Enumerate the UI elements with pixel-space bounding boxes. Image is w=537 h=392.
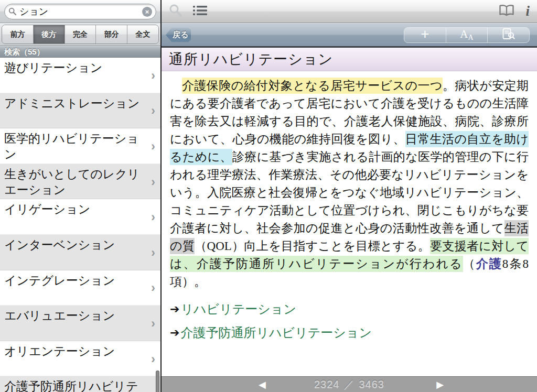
article-content: 介護保険の給付対象となる居宅サービスの一つ。病状が安定期にある要介護者であって居… [162, 71, 537, 376]
related-link-label: リハビリテーション [180, 301, 296, 318]
page-total: 3463 [359, 378, 385, 390]
arrow-right-icon: ➔ [170, 326, 179, 339]
result-row[interactable]: 介護予防通所リハビリテーション› [0, 376, 160, 392]
page-preview-button[interactable] [488, 28, 529, 42]
related-link-label: 介護予防通所リハビリテーション [180, 324, 372, 341]
result-label: 介護予防通所リハビリテーション [0, 376, 160, 392]
pager-bar: ◀ 2324／3463 ▶ [162, 376, 537, 392]
paragraph-segment: （ [463, 256, 476, 272]
chevron-right-icon: › [151, 281, 155, 295]
page-indicator: 2324／3463 [312, 377, 386, 391]
font-size-button[interactable]: AA [446, 28, 488, 42]
article-tools-segmented-control: + AA [404, 27, 530, 43]
sidebar: ション × 前方後方完全部分全文 検索（55） 遊びリテーション›アドミニストレ… [0, 0, 162, 392]
results-list: 遊びリテーション›アドミニストレーション›医学的リハビリテーション›生きがいとし… [0, 58, 160, 392]
result-label: 医学的リハビリテーション [0, 128, 160, 162]
plus-icon: + [421, 27, 429, 41]
clear-search-button[interactable]: × [142, 7, 152, 17]
chevron-right-icon: › [151, 210, 155, 224]
search-mode-icon[interactable] [169, 4, 182, 19]
result-label: インテグレーション [0, 270, 160, 289]
result-label: アドミニストレーション [0, 93, 160, 112]
result-row[interactable]: 生きがいとしてのレクリエーション› [0, 164, 160, 200]
dictionary-app: ション × 前方後方完全部分全文 検索（55） 遊びリテーション›アドミニストレ… [0, 0, 537, 392]
result-label: 遊びリテーション [0, 58, 160, 76]
result-label: オリエンテーション [0, 341, 160, 360]
chevron-right-icon: › [151, 387, 155, 392]
search-bar: ション × [0, 0, 160, 23]
list-view-icon[interactable] [193, 4, 207, 19]
paragraph-segment: 介護保険の給付対象となる居宅サービスの一つ [182, 78, 443, 94]
next-page-button[interactable]: ▶ [436, 380, 444, 389]
result-row[interactable]: 医学的リハビリテーション› [0, 128, 160, 164]
article-title-band: 通所リハビリテーション [162, 48, 537, 71]
scope-button-前方[interactable]: 前方 [2, 25, 34, 43]
sidebar-scrollbar-thumb[interactable] [156, 371, 159, 392]
page-separator: ／ [344, 378, 355, 390]
search-scope-segmented-control: 前方後方完全部分全文 [2, 25, 159, 44]
result-row[interactable]: インテグレーション› [0, 270, 160, 306]
chevron-right-icon: › [151, 316, 155, 330]
scope-button-完全[interactable]: 完全 [65, 25, 96, 43]
add-bookmark-button[interactable]: + [404, 28, 446, 42]
previous-page-button[interactable]: ◀ [259, 380, 266, 389]
article-title: 通所リハビリテーション [169, 50, 333, 69]
chevron-right-icon: › [151, 68, 155, 82]
scope-button-後方[interactable]: 後方 [34, 25, 65, 43]
font-size-icon: AA [460, 28, 473, 42]
result-label: イリゲーション [0, 199, 160, 217]
chevron-right-icon: › [151, 175, 155, 189]
related-link[interactable]: ➔リハビリテーション [170, 297, 529, 321]
info-icon[interactable]: i [525, 4, 530, 18]
result-label: インターベンション [0, 235, 160, 253]
scope-button-部分[interactable]: 部分 [96, 25, 127, 43]
back-button[interactable]: 戻る [166, 27, 191, 42]
related-link[interactable]: ➔介護予防通所リハビリテーション [170, 321, 529, 344]
result-label: エバリュエーション [0, 306, 160, 324]
chevron-right-icon: › [151, 139, 155, 153]
search-input[interactable]: ション × [4, 4, 156, 19]
top-toolbar: i [162, 0, 537, 23]
result-row[interactable]: インターベンション› [0, 235, 160, 270]
main-panel: i 戻る + AA [162, 0, 537, 392]
arrow-right-icon: ➔ [170, 302, 179, 315]
results-header-label: 検索（55） [4, 47, 45, 56]
navigation-toolbar: 戻る + AA [162, 23, 537, 48]
chevron-right-icon: › [151, 352, 155, 366]
result-row[interactable]: オリエンテーション› [0, 341, 160, 377]
scope-button-全文[interactable]: 全文 [127, 25, 158, 43]
page-current: 2324 [314, 378, 340, 390]
search-scope-bar: 前方後方完全部分全文 [0, 23, 160, 46]
search-icon [8, 7, 17, 16]
result-row[interactable]: エバリュエーション› [0, 306, 160, 341]
results-header: 検索（55） [0, 46, 160, 58]
result-label: 生きがいとしてのレクリエーション [0, 164, 160, 198]
chevron-right-icon: › [151, 245, 155, 259]
result-row[interactable]: アドミニストレーション› [0, 93, 160, 129]
bookmarks-icon[interactable] [498, 4, 515, 19]
search-input-value: ション [19, 5, 142, 18]
page-preview-icon [502, 28, 515, 42]
result-row[interactable]: イリゲーション› [0, 199, 160, 235]
article-paragraph: 介護保険の給付対象となる居宅サービスの一つ。病状が安定期にある要介護者であって居… [170, 77, 529, 291]
inline-entry-link[interactable]: 介護 [476, 256, 502, 272]
result-row[interactable]: 遊びリテーション› [0, 58, 160, 93]
related-links: ➔リハビリテーション➔介護予防通所リハビリテーション [170, 297, 529, 344]
paragraph-segment: （QOL）向上を目指すことを目標とする。 [195, 238, 430, 254]
chevron-right-icon: › [151, 104, 155, 118]
